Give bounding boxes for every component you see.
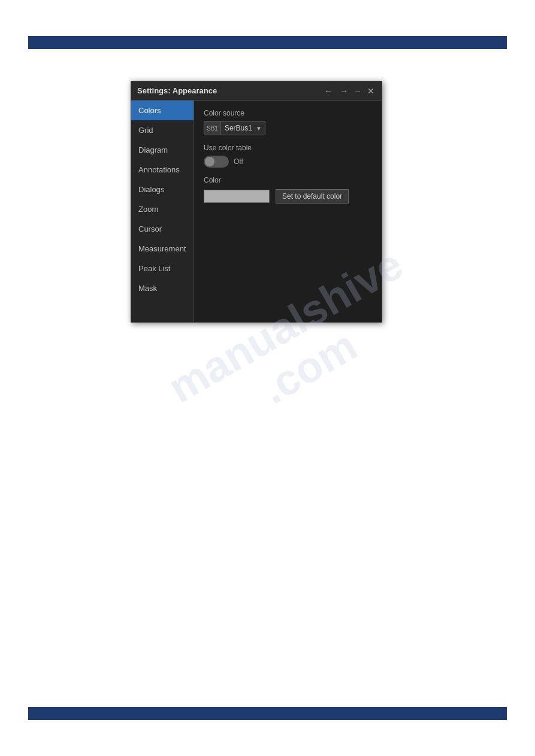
- toggle-knob: [205, 157, 214, 166]
- dropdown-wrapper: SB1 SerBus1 SerBus2 SerBus3 ▼: [204, 121, 265, 135]
- content-area: Color source SB1 SerBus1 SerBus2 SerBus3…: [194, 101, 382, 322]
- titlebar-controls: ← → – ✕: [323, 87, 376, 95]
- top-bar: [28, 36, 507, 49]
- dialog-title: Settings: Appearance: [137, 86, 217, 95]
- bottom-bar: [28, 707, 507, 720]
- color-source-select[interactable]: SerBus1 SerBus2 SerBus3: [220, 121, 265, 135]
- sidebar-item-diagram[interactable]: Diagram: [131, 140, 194, 160]
- sidebar-item-dialogs[interactable]: Dialogs: [131, 180, 194, 199]
- dialog-titlebar: Settings: Appearance ← → – ✕: [131, 81, 382, 101]
- sidebar-item-annotations[interactable]: Annotations: [131, 160, 194, 180]
- dialog-body: Colors Grid Diagram Annotations Dialogs …: [131, 101, 382, 322]
- sidebar-item-grid[interactable]: Grid: [131, 120, 194, 140]
- toggle-state-label: Off: [234, 157, 243, 166]
- forward-button[interactable]: →: [338, 87, 349, 95]
- sidebar: Colors Grid Diagram Annotations Dialogs …: [131, 101, 194, 322]
- sidebar-item-cursor[interactable]: Cursor: [131, 219, 194, 239]
- color-source-label: Color source: [204, 109, 372, 117]
- sidebar-item-measurement[interactable]: Measurement: [131, 239, 194, 259]
- close-button[interactable]: ✕: [366, 87, 376, 95]
- toggle-row: Off: [204, 156, 372, 168]
- color-swatch[interactable]: [204, 190, 270, 203]
- back-button[interactable]: ←: [323, 87, 334, 95]
- color-label: Color: [204, 176, 372, 184]
- set-default-color-button[interactable]: Set to default color: [276, 189, 349, 204]
- use-color-table-label: Use color table: [204, 144, 372, 152]
- sidebar-item-mask[interactable]: Mask: [131, 278, 194, 298]
- sidebar-item-peak-list[interactable]: Peak List: [131, 259, 194, 278]
- sidebar-item-zoom[interactable]: Zoom: [131, 199, 194, 219]
- dropdown-prefix: SB1: [204, 121, 220, 135]
- settings-dialog: Settings: Appearance ← → – ✕ Colors Grid…: [131, 81, 382, 323]
- sidebar-item-colors[interactable]: Colors: [131, 101, 194, 120]
- color-row: Set to default color: [204, 189, 372, 204]
- minimize-button[interactable]: –: [354, 87, 361, 95]
- color-source-row: SB1 SerBus1 SerBus2 SerBus3 ▼: [204, 121, 372, 135]
- color-table-toggle[interactable]: [204, 156, 229, 168]
